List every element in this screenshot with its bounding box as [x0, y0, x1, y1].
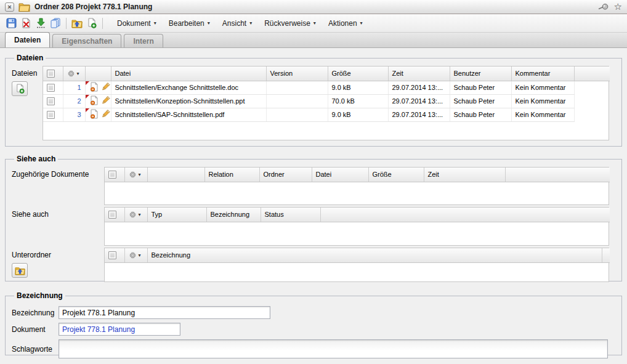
menu-ansicht[interactable]: Ansicht▾	[216, 17, 258, 30]
edit-pencil-icon[interactable]	[100, 95, 110, 107]
chevron-down-icon: ▾	[249, 20, 252, 26]
files-table: ▾ Datei Version Größe Zeit Benutzer Komm…	[42, 66, 609, 140]
menu-bearbeiten[interactable]: Bearbeiten▾	[163, 17, 216, 30]
related-docs-label: Zugehörige Dokumente	[12, 167, 104, 179]
chevron-down-icon: ▾	[208, 20, 210, 26]
cell-user: Schaub Peter	[450, 108, 511, 121]
header-icons-cell	[147, 168, 204, 182]
see-also-section: Siehe auch Zugehörige Dokumente ▾ Relati…	[5, 155, 622, 281]
remove-file-icon[interactable]	[90, 95, 99, 107]
tab-dateien[interactable]: Dateien	[5, 32, 50, 47]
table-row[interactable]: 3 Schnittstellen/SAP-Schnittstellen.pdf …	[43, 108, 610, 121]
header-gear-cell: ▾	[124, 168, 147, 182]
menu-aktionen[interactable]: Aktionen▾	[322, 17, 369, 30]
header-icons-cell	[85, 67, 111, 81]
designation-field-label: Bezeichnung	[12, 309, 59, 317]
delete-document-button[interactable]	[18, 16, 33, 31]
remove-file-icon[interactable]	[90, 82, 99, 93]
column-header-typ[interactable]: Typ	[147, 208, 206, 222]
column-header-zeit[interactable]: Zeit	[388, 67, 450, 81]
designation-section: Bezeichnung Bezeichnung Dokument Projekt…	[5, 291, 622, 355]
column-header-kommentar[interactable]: Kommentar	[511, 67, 574, 81]
row-checkbox[interactable]	[47, 111, 55, 119]
column-header-bezeichnung[interactable]: Bezeichnung	[147, 248, 602, 262]
select-all-checkbox[interactable]	[108, 251, 116, 259]
gear-menu-button[interactable]: ▾	[67, 70, 81, 78]
edit-pencil-icon[interactable]	[100, 82, 110, 93]
column-header-datei[interactable]: Datei	[312, 168, 368, 182]
note-flag-icon	[86, 81, 89, 85]
row-number-link[interactable]: 1	[63, 81, 85, 94]
row-checkbox[interactable]	[47, 97, 55, 105]
new-document-button[interactable]	[84, 16, 99, 31]
parent-folder-button[interactable]	[70, 16, 84, 31]
column-header-filler	[602, 248, 610, 262]
row-number-link[interactable]: 3	[63, 108, 85, 121]
cell-size: 9.0 kB	[328, 108, 388, 121]
menu-bar: Dokument▾ Bearbeiten▾ Ansicht▾ Rückverwe…	[111, 17, 369, 30]
menu-rueckverweise[interactable]: Rückverweise▾	[258, 17, 322, 30]
toolbar-separator	[102, 18, 103, 29]
gear-icon	[129, 171, 137, 179]
table-row[interactable]: 1 Schnittstellen/Exchange Schnittstelle.…	[43, 81, 610, 94]
cell-user: Schaub Peter	[450, 94, 511, 108]
column-header-ordner[interactable]: Ordner	[259, 168, 312, 182]
cell-file: Schnittstellen/Konzeption-Schnittstellen…	[111, 94, 266, 108]
close-icon[interactable]: ×	[5, 2, 14, 12]
chevron-down-icon: ▾	[314, 20, 316, 26]
copy-button[interactable]	[48, 16, 63, 31]
column-header-datei[interactable]: Datei	[111, 67, 266, 81]
select-all-checkbox[interactable]	[47, 70, 55, 78]
add-subfolder-button[interactable]	[12, 263, 28, 278]
document-link[interactable]: Projekt 778.1 Planung	[62, 325, 135, 334]
designation-input[interactable]	[59, 306, 270, 319]
tab-strip: Dateien Eigenschaften Intern	[0, 33, 627, 48]
edit-pencil-icon[interactable]	[100, 109, 110, 120]
document-link-box: Projekt 778.1 Planung	[59, 323, 180, 336]
header-checkbox-cell	[105, 248, 124, 262]
gear-icon	[129, 211, 137, 219]
row-checkbox[interactable]	[47, 84, 55, 92]
cell-file: Schnittstellen/SAP-Schnittstellen.pdf	[111, 108, 266, 121]
save-button[interactable]	[4, 16, 18, 31]
keywords-input[interactable]	[59, 339, 608, 358]
remove-file-icon[interactable]	[90, 109, 99, 120]
chevron-down-icon: ▾	[154, 20, 156, 26]
cell-size: 70.0 kB	[328, 94, 388, 108]
tab-eigenschaften[interactable]: Eigenschaften	[52, 34, 121, 47]
page-title: Ordner 208 Projekt 778.1 Planung	[34, 2, 152, 11]
cell-time: 29.07.2014 13:...	[388, 81, 450, 94]
add-file-button[interactable]	[12, 81, 28, 96]
checkin-download-button[interactable]	[33, 16, 48, 31]
favorite-star-icon[interactable]: ☆	[614, 2, 622, 12]
gear-menu-button[interactable]: ▾	[129, 251, 144, 259]
column-header-relation[interactable]: Relation	[204, 168, 259, 182]
pin-icon[interactable]	[598, 3, 609, 10]
gear-menu-button[interactable]: ▾	[129, 211, 144, 219]
menu-dokument[interactable]: Dokument▾	[111, 17, 163, 30]
cell-comment: Kein Kommentar	[511, 94, 574, 108]
files-legend: Dateien	[14, 54, 46, 62]
folder-icon	[18, 2, 30, 12]
tab-intern[interactable]: Intern	[124, 34, 163, 47]
column-header-groesse[interactable]: Größe	[368, 168, 424, 182]
select-all-checkbox[interactable]	[108, 171, 116, 179]
table-row[interactable]: 2 Schnittstellen/Konzeption-Schnittstell…	[43, 94, 610, 108]
gear-menu-button[interactable]: ▾	[129, 171, 144, 179]
column-header-version[interactable]: Version	[266, 67, 328, 81]
column-header-groesse[interactable]: Größe	[328, 67, 388, 81]
folder-up-icon	[15, 266, 25, 275]
column-header-zeit[interactable]: Zeit	[424, 168, 505, 182]
column-header-status[interactable]: Status	[261, 208, 320, 222]
title-bar: × Ordner 208 Projekt 778.1 Planung ☆	[0, 0, 627, 14]
column-header-benutzer[interactable]: Benutzer	[450, 67, 511, 81]
header-gear-cell: ▾	[63, 67, 85, 81]
select-all-checkbox[interactable]	[108, 211, 116, 219]
column-header-bezeichnung[interactable]: Bezeichnung	[206, 208, 261, 222]
row-number-link[interactable]: 2	[63, 94, 85, 108]
chevron-down-icon: ▾	[77, 71, 79, 76]
gear-icon	[129, 251, 137, 259]
header-gear-cell: ▾	[124, 248, 147, 262]
column-header-filler	[505, 168, 610, 182]
column-header-filler	[320, 208, 610, 222]
